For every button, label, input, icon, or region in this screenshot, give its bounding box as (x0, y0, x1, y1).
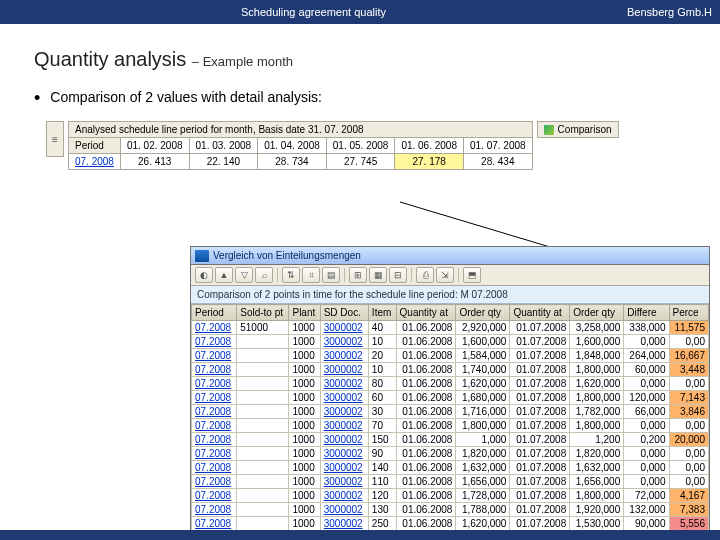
cell[interactable]: 3000002 (320, 433, 368, 447)
cell[interactable]: 3000002 (320, 489, 368, 503)
toolbar-button[interactable]: ▤ (322, 267, 340, 283)
cell[interactable]: 3000002 (320, 321, 368, 335)
toolbar-separator (277, 268, 278, 282)
cell: 3,448 (669, 363, 709, 377)
table-row[interactable]: 07.20081000300000213001.06.20081,788,000… (192, 503, 709, 517)
cell[interactable]: 07.2008 (192, 321, 237, 335)
table-row[interactable]: 07.2008100030000023001.06.20081,716,0000… (192, 405, 709, 419)
toolbar-button[interactable]: ⊟ (389, 267, 407, 283)
date-header: 01. 07. 2008 (463, 138, 532, 154)
cell[interactable]: 3000002 (320, 405, 368, 419)
table-row[interactable]: 07.2008100030000021001.06.20081,740,0000… (192, 363, 709, 377)
table-row[interactable]: 07.20081000300000225001.06.20081,620,000… (192, 517, 709, 531)
toolbar-button[interactable]: ⬒ (463, 267, 481, 283)
cell (237, 489, 289, 503)
cell: 1000 (289, 461, 320, 475)
cell: 01.06.2008 (396, 475, 456, 489)
cell[interactable]: 07.2008 (192, 363, 237, 377)
cell[interactable]: 07.2008 (192, 405, 237, 419)
cell: 30 (368, 405, 396, 419)
table-row[interactable]: 07.2008100030000021001.06.20081,600,0000… (192, 335, 709, 349)
cell[interactable]: 07.2008 (192, 461, 237, 475)
cell[interactable]: 07.2008 (192, 517, 237, 531)
table-row[interactable]: 07.2008100030000022001.06.20081,584,0000… (192, 349, 709, 363)
cell: 1,782,000 (570, 405, 624, 419)
toolbar-button[interactable]: ⎙ (416, 267, 434, 283)
toolbar-button[interactable]: ⌗ (302, 267, 320, 283)
cell: 1,820,000 (456, 447, 510, 461)
date-header: 01. 05. 2008 (326, 138, 395, 154)
column-header[interactable]: Sold-to pt (237, 305, 289, 321)
window-titlebar[interactable]: Vergleich von Einteilungsmengen (191, 247, 709, 265)
cell: 01.06.2008 (396, 489, 456, 503)
cell: 1000 (289, 349, 320, 363)
table-row[interactable]: 07.20081000300000215001.06.20081,00001.0… (192, 433, 709, 447)
list-icon[interactable]: ≡ (46, 121, 64, 157)
cell: 140 (368, 461, 396, 475)
column-header[interactable]: Perce (669, 305, 709, 321)
toolbar-button[interactable]: ▦ (369, 267, 387, 283)
cell: 01.06.2008 (396, 349, 456, 363)
cell[interactable]: 3000002 (320, 503, 368, 517)
cell: 72,000 (624, 489, 669, 503)
cell[interactable]: 07.2008 (192, 489, 237, 503)
cell[interactable]: 3000002 (320, 335, 368, 349)
toolbar-button[interactable]: ⊞ (349, 267, 367, 283)
cell[interactable]: 3000002 (320, 349, 368, 363)
cell[interactable]: 07.2008 (192, 475, 237, 489)
cell (237, 363, 289, 377)
toolbar-button[interactable]: ⌕ (255, 267, 273, 283)
cell[interactable]: 07.2008 (192, 447, 237, 461)
cell[interactable]: 3000002 (320, 475, 368, 489)
cell[interactable]: 3000002 (320, 447, 368, 461)
toolbar-button[interactable]: ⇲ (436, 267, 454, 283)
cell[interactable]: 3000002 (320, 461, 368, 475)
toolbar-button[interactable]: ▽ (235, 267, 253, 283)
cell[interactable]: 07.2008 (192, 335, 237, 349)
column-header[interactable]: SD Doc. (320, 305, 368, 321)
column-header[interactable]: Differe (624, 305, 669, 321)
table-row[interactable]: 07.2008100030000027001.06.20081,800,0000… (192, 419, 709, 433)
table-row[interactable]: 07.2008100030000026001.06.20081,680,0000… (192, 391, 709, 405)
cell[interactable]: 3000002 (320, 517, 368, 531)
table-row[interactable]: 07.2008100030000028001.06.20081,620,0000… (192, 377, 709, 391)
value-cell: 28. 734 (258, 154, 327, 170)
cell[interactable]: 07.2008 (192, 349, 237, 363)
cell: 1,632,000 (456, 461, 510, 475)
table-row[interactable]: 07.200851000100030000024001.06.20082,920… (192, 321, 709, 335)
cell: 01.06.2008 (396, 335, 456, 349)
date-header: 01. 02. 2008 (120, 138, 189, 154)
cell[interactable]: 3000002 (320, 391, 368, 405)
column-header[interactable]: Item (368, 305, 396, 321)
toolbar-button[interactable]: ⇅ (282, 267, 300, 283)
cell: 0,000 (624, 419, 669, 433)
column-header[interactable]: Period (192, 305, 237, 321)
table-row[interactable]: 07.20081000300000212001.06.20081,728,000… (192, 489, 709, 503)
comparison-button[interactable]: Comparison (537, 121, 619, 138)
column-header[interactable]: Order qty (456, 305, 510, 321)
cell[interactable]: 3000002 (320, 419, 368, 433)
table-row[interactable]: 07.20081000300000214001.06.20081,632,000… (192, 461, 709, 475)
cell: 0,000 (624, 335, 669, 349)
cell: 01.07.2008 (510, 377, 570, 391)
cell[interactable]: 3000002 (320, 377, 368, 391)
cell[interactable]: 07.2008 (192, 391, 237, 405)
toolbar-button[interactable]: ◐ (195, 267, 213, 283)
cell[interactable]: 07.2008 (192, 503, 237, 517)
period-link[interactable]: 07. 2008 (69, 154, 121, 170)
cell[interactable]: 07.2008 (192, 433, 237, 447)
column-header[interactable]: Plant (289, 305, 320, 321)
cell: 132,000 (624, 503, 669, 517)
table-row[interactable]: 07.2008100030000029001.06.20081,820,0000… (192, 447, 709, 461)
table-row[interactable]: 07.20081000300000211001.06.20081,656,000… (192, 475, 709, 489)
column-header[interactable]: Order qty (570, 305, 624, 321)
cell[interactable]: 3000002 (320, 363, 368, 377)
toolbar-button[interactable]: ▲ (215, 267, 233, 283)
cell: 0,000 (624, 377, 669, 391)
column-header[interactable]: Quantity at (396, 305, 456, 321)
cell: 01.06.2008 (396, 517, 456, 531)
column-header[interactable]: Quantity at (510, 305, 570, 321)
cell[interactable]: 07.2008 (192, 377, 237, 391)
cell: 1,848,000 (570, 349, 624, 363)
cell[interactable]: 07.2008 (192, 419, 237, 433)
